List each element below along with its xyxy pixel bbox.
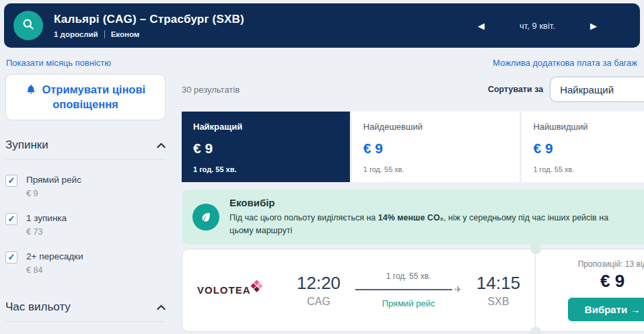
ticket-divider [535,249,536,331]
tab-best[interactable]: Найкращий € 9 1 год. 55 хв. [182,112,350,182]
airline-logo: VOLOTEA [197,284,297,296]
search-icon [22,17,35,34]
stops-label: Прямий рейс [355,298,462,308]
arrival-time: 14:15 [476,273,520,294]
segment-info: 1 год. 55 хв. ✈ Прямий рейс [355,272,462,308]
passengers-label: 1 дорослий [54,30,98,38]
departure-time-title: Час вильоту [5,300,71,314]
filter-option-direct[interactable]: ✓ Прямий рейс € 9 [5,175,166,198]
tab-price: € 9 [363,140,509,157]
next-day-button[interactable]: ▶ [590,21,597,31]
sort-selected-value: Найкращий [560,84,614,95]
flight-duration: 1 год. 55 хв. [355,272,462,281]
departure-block: 12:20 CAG [297,273,341,308]
option-price: € 84 [26,265,83,275]
show-full-month-link[interactable]: Показати місяць повністю [6,58,111,68]
price-panel: Пропозицій: 13 від € 9 Вибрати → [536,249,644,331]
leaf-icon [192,204,219,231]
cabin-class-label: Економ [111,30,140,38]
chevron-up-icon [157,139,166,151]
option-price: € 9 [26,189,81,198]
divider [5,321,166,322]
links-row: Показати місяць повністю Можлива додатко… [0,48,644,68]
option-label: 2+ пересадки [26,251,83,261]
eco-text: Під час цього польоту виділяється на [229,213,378,222]
filters-sidebar: Отримувати цінові оповіщення Зупинки ✓ П… [5,74,182,334]
eco-text-emphasis: 14% менше CO₂ [378,213,443,222]
baggage-fee-link[interactable]: Можлива додаткова плата за багаж [493,58,637,68]
tab-label: Найкращий [193,122,338,132]
airline-name: VOLOTEA [197,284,251,296]
checkbox-checked[interactable]: ✓ [5,175,17,187]
tab-duration: 1 год. 55 хв. [533,165,644,173]
stops-section-title: Зупинки [5,138,48,152]
option-price: € 73 [26,227,67,237]
tab-duration: 1 год. 55 хв. [193,165,338,173]
checkbox-checked[interactable]: ✓ [5,251,17,263]
select-label: Вибрати [585,304,627,315]
sort-by-label: Сортувати за [488,85,543,94]
filter-option-one-stop[interactable]: ✓ 1 зупинка € 73 [5,213,166,237]
departure-airport: CAG [297,296,341,308]
previous-day-button[interactable]: ◀ [478,21,485,31]
arrival-airport: SXB [476,296,520,308]
filter-option-two-plus-stops[interactable]: ✓ 2+ пересадки € 84 [5,251,166,275]
tab-price: € 9 [193,140,338,157]
option-label: Прямий рейс [26,175,81,185]
eco-choice-banner: Ековибір Під час цього польоту виділяєть… [182,190,644,245]
sort-dropdown[interactable]: Найкращий ▼ [550,77,644,102]
current-date: чт, 9 квіт. [520,21,555,31]
bell-icon [26,83,42,95]
sort-tabs: Найкращий € 9 1 год. 55 хв. Найдешевший … [182,112,644,182]
deals-count-label: Пропозицій: 13 від [578,259,644,269]
tab-duration: 1 год. 55 хв. [363,165,509,173]
tab-label: Найшвидший [533,122,644,132]
divider [104,30,105,38]
divider [5,159,166,160]
search-button[interactable] [13,11,43,40]
checkbox-checked[interactable]: ✓ [5,213,17,225]
plane-icon: ✈ [454,284,462,294]
flight-path: ✈ [355,284,462,294]
select-flight-button[interactable]: Вибрати → [568,298,644,321]
flight-path-line [355,289,452,290]
search-summary-header: Кальярі (CAG) – Страсбург (SXB) 1 доросл… [4,3,640,48]
arrow-right-icon: → [630,304,640,315]
flight-result-card[interactable]: VOLOTEA 12:20 CAG 1 год. 55 хв. ✈ [182,249,644,332]
tab-label: Найдешевший [363,122,509,132]
price-alerts-label: Отримувати цінові оповіщення [42,83,145,110]
departure-time: 12:20 [297,273,341,294]
departure-time-section-header[interactable]: Час вильоту [5,300,166,314]
price-alerts-button[interactable]: Отримувати цінові оповіщення [5,74,166,120]
search-params: 1 дорослий Економ [54,30,244,38]
arrival-block: 14:15 SXB [476,273,520,308]
eco-title: Ековибір [229,197,644,208]
option-label: 1 зупинка [26,213,67,223]
route-title: Кальярі (CAG) – Страсбург (SXB) [54,13,244,26]
stops-section-header[interactable]: Зупинки [5,138,166,152]
eco-description: Під час цього польоту виділяється на 14%… [229,212,633,237]
itinerary: 12:20 CAG 1 год. 55 хв. ✈ Прямий рейс 14… [297,272,520,308]
tab-fastest[interactable]: Найшвидший € 9 1 год. 55 хв. [522,112,644,182]
tab-cheapest[interactable]: Найдешевший € 9 1 год. 55 хв. [352,112,520,182]
results-toolbar: 30 результатів Сортувати за Найкращий ▼ [182,74,644,112]
airline-logo-mark-icon [250,280,262,292]
flight-price: € 9 [600,271,624,292]
tab-price: € 9 [533,140,644,157]
results-count: 30 результатів [182,85,240,95]
chevron-up-icon [157,301,166,313]
